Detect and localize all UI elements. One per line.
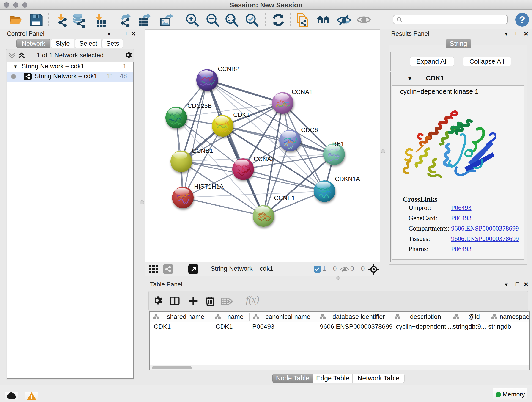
svg-text:CCNE1: CCNE1 <box>274 195 295 201</box>
svg-text:RB1: RB1 <box>332 140 344 147</box>
svg-text:CDC25B: CDC25B <box>187 102 212 109</box>
svg-text:CDK1: CDK1 <box>233 111 250 118</box>
svg-text:CCNB2: CCNB2 <box>218 65 239 72</box>
svg-text:CCNB1: CCNB1 <box>192 147 213 154</box>
svg-text:HIST1H1A: HIST1H1A <box>194 183 224 190</box>
svg-text:CCNA1: CCNA1 <box>292 89 313 95</box>
svg-text:?: ? <box>519 14 525 26</box>
svg-text:CCNA2: CCNA2 <box>254 156 275 162</box>
svg-text:CDC6: CDC6 <box>301 127 318 133</box>
svg-text:CDKN1A: CDKN1A <box>335 176 360 182</box>
